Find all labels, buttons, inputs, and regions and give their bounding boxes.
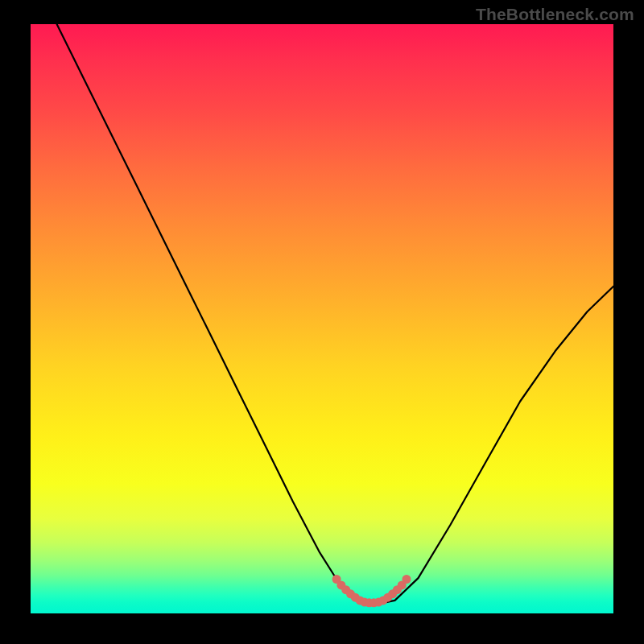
plot-area [31,24,613,613]
bottleneck-curve [57,24,613,603]
chart-frame: TheBottleneck.com [0,0,644,644]
trough-highlight [332,575,411,607]
trough-dot [402,575,411,584]
curve-svg [31,24,613,613]
watermark-text: TheBottleneck.com [476,5,634,24]
